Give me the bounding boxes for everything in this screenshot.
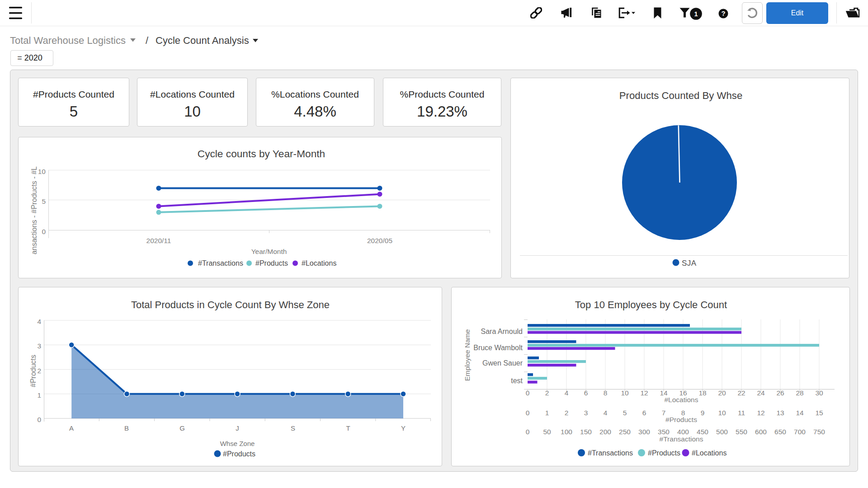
svg-text:450: 450 [697, 428, 708, 436]
svg-text:2: 2 [37, 367, 41, 375]
svg-text:1: 1 [37, 391, 41, 399]
svg-text:#Locations: #Locations [692, 449, 726, 457]
svg-text:750: 750 [813, 428, 825, 436]
svg-text:6: 6 [584, 389, 588, 397]
svg-text:7: 7 [662, 409, 666, 417]
svg-text:300: 300 [638, 428, 650, 436]
svg-text:150: 150 [580, 428, 592, 436]
svg-text:#Products: #Products [665, 416, 697, 423]
svg-text:4: 4 [604, 409, 608, 417]
svg-text:#Locations: #Locations [665, 396, 698, 404]
svg-text:#Transactions: #Transactions [660, 435, 703, 443]
svg-text:0: 0 [526, 389, 530, 397]
svg-text:#Locations: #Locations [302, 259, 336, 267]
svg-text:11: 11 [738, 409, 745, 417]
svg-text:0: 0 [37, 416, 41, 423]
svg-text:ansactions - #Products - #L: ansactions - #Products - #L [30, 166, 38, 254]
svg-text:26: 26 [776, 389, 784, 397]
svg-text:13: 13 [776, 409, 784, 417]
svg-text:9: 9 [701, 409, 705, 417]
svg-text:1: 1 [694, 10, 698, 18]
svg-text:T: T [346, 424, 350, 432]
svg-text:?: ? [721, 9, 725, 17]
svg-text:400: 400 [677, 428, 689, 436]
svg-text:550: 550 [736, 428, 747, 436]
svg-text:4: 4 [37, 318, 41, 325]
svg-text:14: 14 [796, 409, 804, 417]
svg-text:200: 200 [599, 428, 611, 436]
svg-text:test: test [511, 377, 523, 385]
svg-text:2: 2 [565, 409, 569, 417]
svg-text:Year/Month: Year/Month [251, 248, 287, 255]
svg-text:Employee Name: Employee Name [463, 329, 471, 381]
svg-text:5: 5 [623, 409, 627, 417]
svg-text:700: 700 [794, 428, 806, 436]
svg-text:100: 100 [561, 428, 572, 436]
svg-text:500: 500 [716, 428, 728, 436]
svg-text:3: 3 [584, 409, 588, 417]
svg-text:10: 10 [621, 389, 629, 397]
svg-text:10: 10 [38, 168, 46, 175]
svg-text:15: 15 [815, 409, 823, 417]
svg-text:Whse Zone: Whse Zone [220, 440, 255, 447]
svg-text:28: 28 [796, 389, 803, 397]
svg-text:5: 5 [42, 197, 46, 205]
svg-text:12: 12 [640, 389, 648, 397]
svg-text:2020/11: 2020/11 [146, 237, 171, 244]
svg-text:Top 10 Employees by Cycle Coun: Top 10 Employees by Cycle Count [575, 299, 727, 310]
svg-text:Products Counted By Whse: Products Counted By Whse [619, 90, 743, 101]
svg-text:0: 0 [526, 409, 530, 417]
svg-text:350: 350 [658, 428, 670, 436]
svg-text:A: A [69, 424, 74, 432]
svg-text:#Transactions: #Transactions [588, 449, 633, 457]
svg-text:2: 2 [545, 389, 549, 397]
svg-text:Sara Arnould: Sara Arnould [481, 328, 523, 335]
svg-text:#Products: #Products [648, 449, 680, 457]
svg-text:20: 20 [718, 389, 726, 397]
svg-text:2020/05: 2020/05 [367, 237, 392, 244]
svg-text:8: 8 [604, 389, 608, 397]
svg-text:G: G [179, 424, 185, 432]
svg-text:22: 22 [737, 389, 745, 397]
svg-text:J: J [236, 424, 239, 432]
svg-text:3: 3 [37, 342, 41, 350]
svg-text:4: 4 [565, 389, 569, 397]
svg-text:250: 250 [619, 428, 631, 436]
svg-text:#Products: #Products [223, 450, 255, 458]
svg-text:24: 24 [757, 389, 765, 397]
svg-text:#Transactions: #Transactions [198, 259, 243, 267]
svg-text:Bruce Wambolt: Bruce Wambolt [473, 344, 523, 352]
svg-text:600: 600 [755, 428, 767, 436]
svg-text:SJA: SJA [682, 259, 697, 267]
svg-text:1: 1 [545, 409, 549, 417]
svg-text:S: S [291, 424, 295, 432]
svg-text:0: 0 [42, 228, 46, 235]
svg-text:Total Products in Cycle Count: Total Products in Cycle Count By Whse Zo… [131, 299, 330, 310]
svg-text:30: 30 [815, 389, 823, 397]
svg-text:0: 0 [526, 428, 530, 436]
svg-text:#Products: #Products [255, 259, 288, 267]
svg-text:12: 12 [757, 409, 764, 417]
svg-text:#Products: #Products [29, 355, 37, 387]
svg-text:B: B [124, 424, 129, 432]
svg-text:Cycle counts by Year-Month: Cycle counts by Year-Month [198, 148, 326, 160]
svg-text:Gwen Sauer: Gwen Sauer [482, 359, 523, 367]
svg-text:10: 10 [718, 409, 726, 417]
svg-text:Y: Y [401, 424, 406, 432]
svg-text:650: 650 [774, 428, 786, 436]
svg-text:50: 50 [543, 428, 551, 436]
svg-text:18: 18 [698, 389, 706, 397]
svg-text:6: 6 [642, 409, 646, 417]
